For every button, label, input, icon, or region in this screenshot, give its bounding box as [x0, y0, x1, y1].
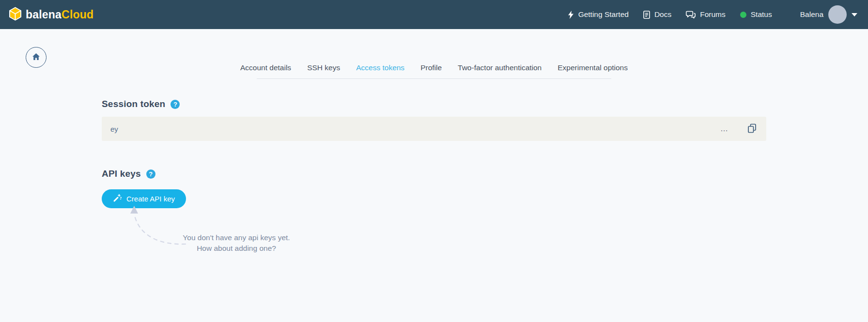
nav-status[interactable]: Status — [740, 10, 772, 19]
session-token-box[interactable]: ey … — [102, 117, 766, 141]
copy-icon — [747, 123, 757, 135]
nav-docs[interactable]: Docs — [643, 10, 671, 19]
empty-state-line2: How about adding one? — [168, 243, 305, 254]
navbar-links: Getting Started Docs Forums Status — [553, 5, 857, 24]
tab-two-factor[interactable]: Two-factor authentication — [458, 63, 542, 72]
brand-logo[interactable]: balenaCloud — [9, 7, 93, 23]
brand-name: balenaCloud — [26, 8, 93, 21]
tab-access-tokens[interactable]: Access tokens — [356, 63, 404, 72]
status-dot-icon — [740, 12, 746, 18]
token-truncated-indicator: … — [720, 124, 729, 133]
chevron-down-icon — [852, 13, 857, 16]
tab-bar: Account details SSH keys Access tokens P… — [257, 63, 611, 79]
balena-cube-icon — [9, 7, 22, 23]
nav-getting-started[interactable]: Getting Started — [568, 10, 629, 19]
user-menu[interactable]: Balena — [800, 5, 857, 24]
tab-account-details[interactable]: Account details — [240, 63, 291, 72]
avatar — [828, 5, 847, 24]
tab-profile[interactable]: Profile — [420, 63, 442, 72]
empty-state-line1: You don't have any api keys yet. — [168, 232, 305, 243]
session-token-heading: Session token — [102, 99, 165, 109]
session-token-section: Session token ? ey … — [102, 99, 766, 141]
nav-forums[interactable]: Forums — [686, 10, 726, 19]
api-keys-heading: API keys — [102, 169, 141, 179]
top-navbar: balenaCloud Getting Started Docs — [0, 0, 868, 29]
tab-ssh-keys[interactable]: SSH keys — [307, 63, 340, 72]
help-icon[interactable]: ? — [170, 100, 180, 109]
session-token-value: ey — [110, 125, 118, 133]
copy-button[interactable] — [747, 123, 757, 135]
chat-bubbles-icon — [686, 11, 696, 19]
document-icon — [643, 11, 650, 19]
tab-experimental-options[interactable]: Experimental options — [558, 63, 628, 72]
lightning-icon — [568, 11, 574, 19]
home-icon — [32, 53, 40, 62]
empty-state-message: You don't have any api keys yet. How abo… — [168, 232, 305, 254]
help-icon[interactable]: ? — [146, 169, 155, 179]
home-button[interactable] — [26, 47, 46, 68]
user-name: Balena — [800, 10, 823, 19]
